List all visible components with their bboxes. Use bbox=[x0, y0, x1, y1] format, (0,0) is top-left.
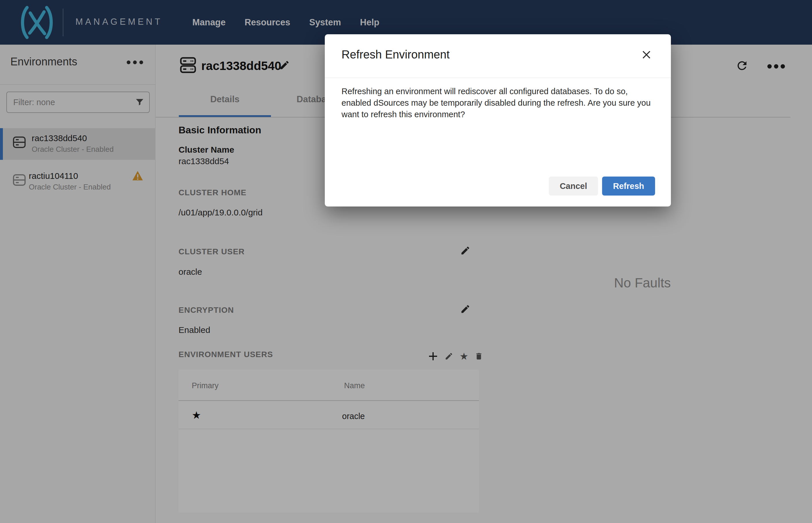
close-icon[interactable] bbox=[640, 49, 652, 62]
dialog-message: Refreshing an environment will rediscove… bbox=[342, 86, 654, 120]
refresh-button[interactable]: Refresh bbox=[602, 177, 655, 196]
dialog-actions: Cancel Refresh bbox=[549, 177, 655, 196]
application-window: MANAGEMENT Manage Resources System Help … bbox=[0, 0, 812, 523]
dialog-header-divider bbox=[325, 78, 671, 78]
dialog-title: Refresh Environment bbox=[342, 48, 450, 61]
refresh-environment-dialog: Refresh Environment Refreshing an enviro… bbox=[325, 34, 671, 206]
cancel-button[interactable]: Cancel bbox=[549, 177, 598, 196]
